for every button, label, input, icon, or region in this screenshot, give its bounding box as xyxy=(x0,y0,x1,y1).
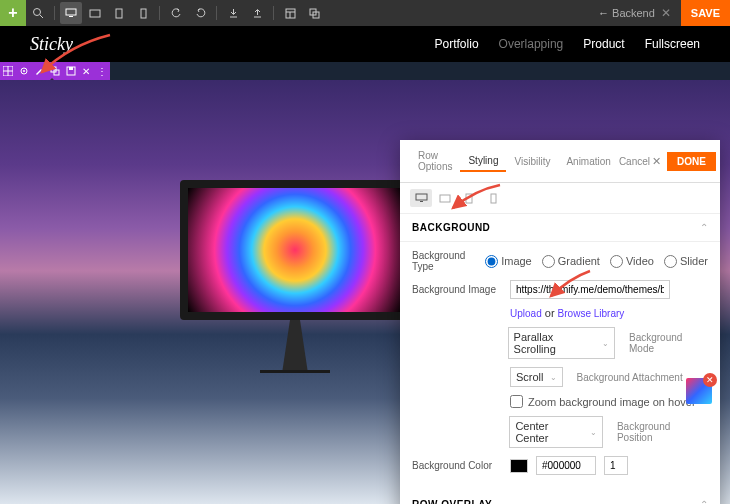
svg-point-0 xyxy=(34,9,41,16)
bg-mode-hint: Background Mode xyxy=(629,332,708,354)
done-button[interactable]: DONE xyxy=(667,152,716,171)
duplicate-icon[interactable] xyxy=(303,2,325,24)
device-tablet-landscape-icon[interactable] xyxy=(84,2,106,24)
export-icon[interactable] xyxy=(246,2,268,24)
svg-rect-3 xyxy=(69,16,73,17)
bg-color-swatch[interactable] xyxy=(510,459,528,473)
svg-point-16 xyxy=(23,70,25,72)
svg-rect-23 xyxy=(440,195,450,202)
bg-type-label: Background Type xyxy=(412,250,477,272)
bg-type-video[interactable]: Video xyxy=(610,255,654,268)
bp-mobile-icon[interactable] xyxy=(482,189,504,207)
device-desktop-icon[interactable] xyxy=(60,2,82,24)
svg-line-1 xyxy=(40,15,43,18)
row-styling-icon[interactable] xyxy=(31,63,47,79)
svg-rect-22 xyxy=(420,201,423,202)
row-grid-icon[interactable] xyxy=(0,63,16,79)
chevron-up-icon: ⌃ xyxy=(700,222,708,233)
bg-type-gradient[interactable]: Gradient xyxy=(542,255,600,268)
section-background-title: BACKGROUND xyxy=(412,222,490,233)
bg-attach-select[interactable]: Scroll⌄ xyxy=(510,367,563,387)
site-logo: Sticky xyxy=(30,34,73,55)
svg-rect-20 xyxy=(69,67,73,70)
row-save-icon[interactable] xyxy=(63,63,79,79)
bg-image-label: Background Image xyxy=(412,284,502,295)
svg-rect-5 xyxy=(116,9,122,18)
bg-type-image[interactable]: Image xyxy=(485,255,532,268)
bg-zoom-checkbox[interactable]: Zoom background image on hover xyxy=(510,395,696,408)
section-background-body: Background Type Image Gradient Video Sli… xyxy=(400,242,720,491)
nav-overlapping[interactable]: Overlapping xyxy=(499,37,564,51)
bp-desktop-icon[interactable] xyxy=(410,189,432,207)
redo-icon[interactable] xyxy=(189,2,211,24)
import-icon[interactable] xyxy=(222,2,244,24)
tab-visibility[interactable]: Visibility xyxy=(506,152,558,171)
save-button[interactable]: SAVE xyxy=(681,0,730,26)
bg-opacity-input[interactable] xyxy=(604,456,628,475)
site-navbar: Sticky Portfolio Overlapping Product Ful… xyxy=(0,26,730,62)
zoom-icon[interactable] xyxy=(27,2,49,24)
bp-tablet-landscape-icon[interactable] xyxy=(434,189,456,207)
row-more-icon[interactable]: ⋮ xyxy=(94,63,110,79)
upload-link[interactable]: Upload xyxy=(510,308,542,319)
bg-color-input[interactable] xyxy=(536,456,596,475)
backend-link[interactable]: ← Backend xyxy=(598,7,661,19)
row-settings-panel: Row Options Styling Visibility Animation… xyxy=(400,140,720,504)
nav-fullscreen[interactable]: Fullscreen xyxy=(645,37,700,51)
bp-tablet-icon[interactable] xyxy=(458,189,480,207)
chevron-down-icon: ⌄ xyxy=(602,339,609,348)
bg-position-hint: Background Position xyxy=(617,421,708,443)
chevron-down-icon: ⌄ xyxy=(590,428,597,437)
section-overlay-header[interactable]: ROW OVERLAY ⌃ xyxy=(400,491,720,504)
svg-rect-21 xyxy=(416,194,427,200)
hero-monitor-image xyxy=(180,180,410,380)
bg-image-remove-icon[interactable]: ✕ xyxy=(703,373,717,387)
bg-position-select[interactable]: Center Center⌄ xyxy=(509,416,603,448)
svg-rect-4 xyxy=(90,10,100,17)
close-icon[interactable]: ✕ xyxy=(661,6,671,20)
tab-row-options[interactable]: Row Options xyxy=(410,146,460,176)
chevron-up-icon: ⌃ xyxy=(700,499,708,504)
bg-color-label: Background Color xyxy=(412,460,502,471)
bg-attach-hint: Background Attachment xyxy=(577,372,683,383)
bg-mode-select[interactable]: Parallax Scrolling⌄ xyxy=(508,327,615,359)
tab-styling[interactable]: Styling xyxy=(460,151,506,172)
cancel-button[interactable]: Cancel xyxy=(619,156,650,167)
browse-library-link[interactable]: Browse Library xyxy=(558,308,625,319)
or-text: or xyxy=(542,307,558,319)
svg-rect-24 xyxy=(466,194,472,203)
svg-rect-25 xyxy=(491,194,496,203)
bg-image-input[interactable] xyxy=(510,280,670,299)
add-button[interactable]: + xyxy=(0,0,26,26)
layout-icon[interactable] xyxy=(279,2,301,24)
svg-rect-6 xyxy=(141,9,146,18)
nav-product[interactable]: Product xyxy=(583,37,624,51)
cancel-x-icon[interactable]: ✕ xyxy=(652,155,661,168)
row-duplicate-icon[interactable] xyxy=(47,63,63,79)
section-background-header[interactable]: BACKGROUND ⌃ xyxy=(400,214,720,242)
row-delete-icon[interactable]: ✕ xyxy=(79,63,95,79)
row-options-icon[interactable] xyxy=(16,63,32,79)
device-mobile-icon[interactable] xyxy=(132,2,154,24)
device-tablet-icon[interactable] xyxy=(108,2,130,24)
top-toolbar: + ← Backend ✕ SAVE xyxy=(0,0,730,26)
undo-icon[interactable] xyxy=(165,2,187,24)
bg-type-slider[interactable]: Slider xyxy=(664,255,708,268)
nav-portfolio[interactable]: Portfolio xyxy=(435,37,479,51)
tab-animation[interactable]: Animation xyxy=(558,152,618,171)
section-overlay-title: ROW OVERLAY xyxy=(412,499,492,504)
panel-tabs: Row Options Styling Visibility Animation… xyxy=(400,140,720,183)
chevron-down-icon: ⌄ xyxy=(550,373,557,382)
device-breakpoints xyxy=(400,183,720,214)
svg-rect-2 xyxy=(66,9,76,15)
